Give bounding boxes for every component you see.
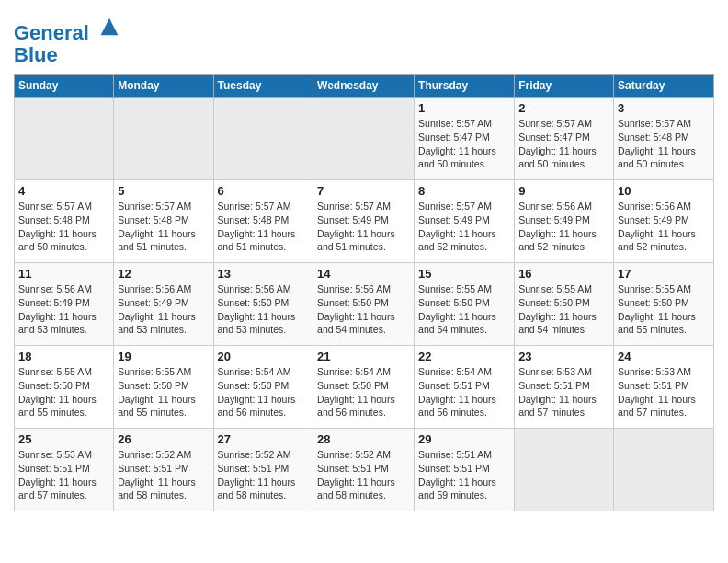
day-number: 29 [418, 432, 510, 446]
weekday-header-friday: Friday [515, 75, 614, 98]
calendar-cell: 7Sunrise: 5:57 AM Sunset: 5:49 PM Daylig… [313, 180, 415, 263]
day-info: Sunrise: 5:56 AM Sunset: 5:49 PM Dayligh… [118, 282, 209, 337]
calendar-table: SundayMondayTuesdayWednesdayThursdayFrid… [14, 74, 714, 511]
calendar-cell [114, 98, 213, 180]
day-number: 10 [618, 184, 710, 198]
day-number: 25 [18, 432, 109, 446]
day-number: 2 [518, 101, 609, 115]
day-number: 19 [118, 350, 209, 363]
day-number: 5 [118, 184, 209, 198]
day-info: Sunrise: 5:54 AM Sunset: 5:51 PM Dayligh… [418, 365, 510, 419]
calendar-cell: 9Sunrise: 5:56 AM Sunset: 5:49 PM Daylig… [515, 180, 614, 263]
calendar-cell: 26Sunrise: 5:52 AM Sunset: 5:51 PM Dayli… [114, 429, 213, 511]
day-info: Sunrise: 5:52 AM Sunset: 5:51 PM Dayligh… [317, 448, 410, 502]
day-number: 1 [418, 101, 510, 115]
calendar-cell: 11Sunrise: 5:56 AM Sunset: 5:49 PM Dayli… [15, 263, 114, 346]
day-info: Sunrise: 5:56 AM Sunset: 5:49 PM Dayligh… [18, 282, 109, 337]
calendar-cell [313, 98, 415, 180]
logo-general: General [14, 21, 89, 44]
day-info: Sunrise: 5:56 AM Sunset: 5:49 PM Dayligh… [518, 200, 609, 254]
day-number: 8 [418, 184, 510, 198]
day-number: 18 [18, 350, 109, 363]
calendar-cell: 16Sunrise: 5:55 AM Sunset: 5:50 PM Dayli… [515, 263, 614, 346]
day-number: 15 [418, 267, 510, 281]
logo: General Blue [14, 14, 122, 66]
calendar-cell [15, 98, 114, 180]
calendar-cell: 14Sunrise: 5:56 AM Sunset: 5:50 PM Dayli… [313, 263, 415, 346]
calendar-cell [515, 429, 614, 511]
day-number: 24 [618, 350, 710, 363]
day-info: Sunrise: 5:53 AM Sunset: 5:51 PM Dayligh… [18, 448, 109, 502]
calendar-cell: 4Sunrise: 5:57 AM Sunset: 5:48 PM Daylig… [15, 180, 114, 263]
calendar-cell: 25Sunrise: 5:53 AM Sunset: 5:51 PM Dayli… [15, 429, 114, 511]
day-info: Sunrise: 5:57 AM Sunset: 5:48 PM Dayligh… [18, 200, 109, 254]
day-number: 3 [618, 101, 710, 115]
day-info: Sunrise: 5:57 AM Sunset: 5:49 PM Dayligh… [317, 200, 410, 254]
calendar-cell: 1Sunrise: 5:57 AM Sunset: 5:47 PM Daylig… [415, 98, 515, 180]
weekday-header-sunday: Sunday [15, 75, 114, 98]
day-number: 20 [218, 350, 310, 363]
day-number: 11 [18, 267, 109, 281]
day-number: 26 [118, 432, 209, 446]
day-info: Sunrise: 5:56 AM Sunset: 5:50 PM Dayligh… [317, 282, 410, 337]
day-info: Sunrise: 5:56 AM Sunset: 5:49 PM Dayligh… [618, 200, 710, 254]
day-number: 7 [317, 184, 410, 198]
day-info: Sunrise: 5:53 AM Sunset: 5:51 PM Dayligh… [518, 365, 609, 419]
day-number: 16 [518, 267, 609, 281]
day-info: Sunrise: 5:57 AM Sunset: 5:48 PM Dayligh… [118, 200, 209, 254]
calendar-cell: 27Sunrise: 5:52 AM Sunset: 5:51 PM Dayli… [213, 429, 313, 511]
calendar-cell: 3Sunrise: 5:57 AM Sunset: 5:48 PM Daylig… [614, 98, 714, 180]
calendar-cell: 6Sunrise: 5:57 AM Sunset: 5:48 PM Daylig… [213, 180, 313, 263]
day-info: Sunrise: 5:57 AM Sunset: 5:47 PM Dayligh… [418, 117, 510, 171]
day-info: Sunrise: 5:55 AM Sunset: 5:50 PM Dayligh… [418, 282, 510, 337]
weekday-header-monday: Monday [114, 75, 213, 98]
calendar-cell: 22Sunrise: 5:54 AM Sunset: 5:51 PM Dayli… [415, 346, 515, 429]
header: General Blue [14, 9, 714, 66]
day-info: Sunrise: 5:55 AM Sunset: 5:50 PM Dayligh… [618, 282, 710, 337]
calendar-cell: 29Sunrise: 5:51 AM Sunset: 5:51 PM Dayli… [415, 429, 515, 511]
day-number: 6 [218, 184, 310, 198]
week-row-5: 25Sunrise: 5:53 AM Sunset: 5:51 PM Dayli… [15, 429, 714, 511]
day-info: Sunrise: 5:55 AM Sunset: 5:50 PM Dayligh… [118, 365, 209, 419]
week-row-2: 4Sunrise: 5:57 AM Sunset: 5:48 PM Daylig… [15, 180, 714, 263]
day-info: Sunrise: 5:57 AM Sunset: 5:48 PM Dayligh… [218, 200, 310, 254]
weekday-header-thursday: Thursday [415, 75, 515, 98]
calendar-cell: 8Sunrise: 5:57 AM Sunset: 5:49 PM Daylig… [415, 180, 515, 263]
calendar-cell [213, 98, 313, 180]
day-info: Sunrise: 5:57 AM Sunset: 5:48 PM Dayligh… [618, 117, 710, 171]
day-info: Sunrise: 5:55 AM Sunset: 5:50 PM Dayligh… [518, 282, 609, 337]
calendar-cell: 19Sunrise: 5:55 AM Sunset: 5:50 PM Dayli… [114, 346, 213, 429]
day-info: Sunrise: 5:57 AM Sunset: 5:49 PM Dayligh… [418, 200, 510, 254]
weekday-header-saturday: Saturday [614, 75, 714, 98]
day-info: Sunrise: 5:51 AM Sunset: 5:51 PM Dayligh… [418, 448, 510, 502]
day-number: 9 [518, 184, 609, 198]
calendar-cell: 12Sunrise: 5:56 AM Sunset: 5:49 PM Dayli… [114, 263, 213, 346]
week-row-4: 18Sunrise: 5:55 AM Sunset: 5:50 PM Dayli… [15, 346, 714, 429]
day-number: 13 [218, 267, 310, 281]
calendar-cell: 17Sunrise: 5:55 AM Sunset: 5:50 PM Dayli… [614, 263, 714, 346]
day-number: 17 [618, 267, 710, 281]
calendar-cell: 23Sunrise: 5:53 AM Sunset: 5:51 PM Dayli… [515, 346, 614, 429]
calendar-cell: 21Sunrise: 5:54 AM Sunset: 5:50 PM Dayli… [313, 346, 415, 429]
day-info: Sunrise: 5:56 AM Sunset: 5:50 PM Dayligh… [218, 282, 310, 337]
day-number: 14 [317, 267, 410, 281]
weekday-header-row: SundayMondayTuesdayWednesdayThursdayFrid… [15, 75, 714, 98]
logo-icon [97, 14, 122, 40]
week-row-1: 1Sunrise: 5:57 AM Sunset: 5:47 PM Daylig… [15, 98, 714, 180]
day-number: 4 [18, 184, 109, 198]
calendar-cell [614, 429, 714, 511]
day-number: 28 [317, 432, 410, 446]
day-number: 23 [518, 350, 609, 363]
day-info: Sunrise: 5:52 AM Sunset: 5:51 PM Dayligh… [118, 448, 209, 502]
calendar-cell: 15Sunrise: 5:55 AM Sunset: 5:50 PM Dayli… [415, 263, 515, 346]
calendar-cell: 20Sunrise: 5:54 AM Sunset: 5:50 PM Dayli… [213, 346, 313, 429]
calendar-cell: 28Sunrise: 5:52 AM Sunset: 5:51 PM Dayli… [313, 429, 415, 511]
day-info: Sunrise: 5:53 AM Sunset: 5:51 PM Dayligh… [618, 365, 710, 419]
day-info: Sunrise: 5:57 AM Sunset: 5:47 PM Dayligh… [518, 117, 609, 171]
weekday-header-wednesday: Wednesday [313, 75, 415, 98]
weekday-header-tuesday: Tuesday [213, 75, 313, 98]
day-info: Sunrise: 5:52 AM Sunset: 5:51 PM Dayligh… [218, 448, 310, 502]
day-number: 12 [118, 267, 209, 281]
day-number: 27 [218, 432, 310, 446]
calendar-cell: 2Sunrise: 5:57 AM Sunset: 5:47 PM Daylig… [515, 98, 614, 180]
